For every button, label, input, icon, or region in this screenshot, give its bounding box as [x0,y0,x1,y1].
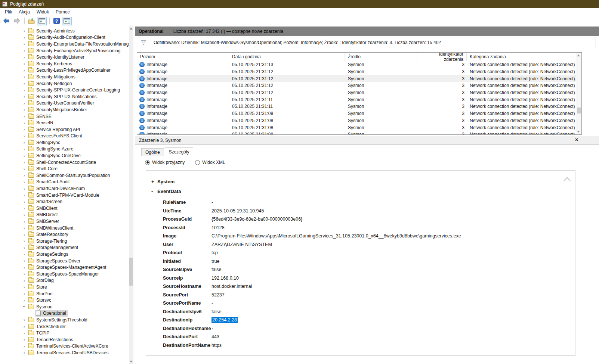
tree-item[interactable]: ShellCommon-StartLayoutPopulation [0,172,129,179]
chevron-right-icon[interactable] [21,41,28,47]
event-list-scrollbar[interactable] [576,53,581,134]
tree-item[interactable]: Shell-Core [0,165,129,172]
tree-item[interactable]: SENSE [0,113,129,120]
tree-item[interactable]: StorageManagement [0,245,129,251]
chevron-right-icon[interactable] [21,146,28,152]
tree-item[interactable]: Security-Netlogon [0,80,129,87]
tree-item[interactable]: Service Reporting API [0,126,129,133]
chevron-right-icon[interactable] [21,212,28,218]
tree-item[interactable]: ServicesForNFS-Client [0,133,129,140]
menu-item[interactable]: Widok [33,8,52,16]
chevron-right-icon[interactable] [21,68,28,73]
tree-item[interactable]: StorageSettings [0,251,129,258]
chevron-right-icon[interactable] [21,265,28,270]
chevron-right-icon[interactable] [21,179,28,185]
table-row[interactable]: i Informacje 05.10.2025 21:31:11 Sysmon … [137,103,581,110]
tree-item[interactable]: TerminalServices-ClientActiveXCore [0,343,129,350]
chevron-right-icon[interactable] [21,166,28,172]
tree-item[interactable]: SettingSync-OneDrive [0,152,129,159]
chevron-right-icon[interactable] [21,159,28,165]
chevron-right-icon[interactable] [21,343,28,349]
folder-up-button[interactable] [27,17,36,25]
tree-item[interactable]: Security-ExchangeActiveSyncProvisioning [0,47,129,54]
tree-item[interactable]: TerminalServices-ClientUSBDevices [0,349,129,356]
tree-item[interactable]: StorPort [0,290,129,297]
tree-item[interactable]: Security-Audit-Configuration-Client [0,34,129,41]
chevron-right-icon[interactable] [21,28,28,34]
help-button[interactable]: ? [52,17,61,25]
tree-item[interactable]: SMBServer [0,218,129,225]
scroll-up-icon[interactable] [129,26,133,31]
tab-general[interactable]: Ogólne [141,148,164,156]
chevron-right-icon[interactable] [21,107,28,112]
chevron-right-icon[interactable] [21,284,28,290]
chevron-right-icon[interactable] [21,113,28,119]
tree-item[interactable]: Security-SPP-UX-Notifications [0,93,129,100]
chevron-right-icon[interactable] [21,205,28,211]
event-data-value[interactable]: 20.254.2.28 [211,317,238,323]
event-data-value[interactable]: tcp [211,249,218,257]
chevron-right-icon[interactable] [21,317,28,323]
tree-item[interactable]: StateRepository [0,231,129,238]
chevron-right-icon[interactable] [21,350,28,355]
tree-item[interactable]: StorageSpaces-SpaceManager [0,271,129,277]
event-data-value[interactable]: true [211,257,220,266]
chevron-right-icon[interactable] [21,199,28,205]
chevron-right-icon[interactable] [21,291,28,296]
tab-details[interactable]: Szczegóły [165,147,194,156]
tree-item[interactable]: SmartCard-Audit [0,179,129,186]
chevron-right-icon[interactable] [21,278,28,283]
chevron-right-icon[interactable] [21,337,28,342]
tree-item[interactable]: SMBClient [0,205,129,212]
event-data-value[interactable]: 2025-10-05 19:31:10.945 [211,207,264,215]
tree-item[interactable]: SettingSync [0,139,129,146]
table-row[interactable]: i Informacje 05.10.2025 21:31:12 Sysmon … [137,89,581,96]
chevron-right-icon[interactable] [21,94,28,99]
collapse-chevron-icon[interactable] [565,177,569,181]
chevron-right-icon[interactable] [21,251,28,257]
tree-item[interactable]: TenantRestrictions [0,336,129,343]
tree-item[interactable]: Security-Kerberos [0,60,129,67]
event-scrollbar-thumb[interactable] [577,108,581,113]
tree-item[interactable]: StorageSpaces-ManagementAgent [0,264,129,271]
tree-item[interactable]: Security-EnterpriseData-FileRevocationMa… [0,41,129,47]
chevron-right-icon[interactable] [21,120,28,126]
radio-selected-icon[interactable] [145,160,150,165]
chevron-right-icon[interactable] [21,127,28,132]
tree-item[interactable]: SystemSettingsThreshold [0,317,129,323]
table-row[interactable]: i Informacje 05.10.2025 21:31:12 Sysmon … [137,75,581,82]
event-data-value[interactable]: host.docker.internal [211,282,252,291]
collapse-icon[interactable]: - [151,189,157,194]
table-row[interactable]: i Informacje 05.10.2025 21:31:09 Sysmon … [137,110,581,117]
chevron-right-icon[interactable] [21,55,28,60]
tree-item[interactable]: Security-SPP-UX-GenuineCenter-Logging [0,87,129,93]
tree-item[interactable]: TaskScheduler [0,323,129,330]
table-row[interactable]: i Informacje 05.10.2025 21:31:12 Sysmon … [137,82,581,89]
console-tree-toggle-button[interactable] [37,17,47,25]
event-data-value[interactable]: - [212,324,213,333]
chevron-right-icon[interactable] [21,271,28,277]
column-header-event-id[interactable]: Identyfikator zdarzenia [417,53,467,61]
chevron-right-icon[interactable] [21,140,28,145]
tree-item[interactable]: Store [0,284,129,290]
chevron-right-icon[interactable] [21,87,28,93]
forward-button[interactable] [12,17,22,25]
event-data-value[interactable]: C:\Program Files\WindowsApps\Microsoft.G… [211,232,461,240]
chevron-right-icon[interactable] [21,48,28,53]
xml-view-option[interactable]: Widok XML [195,160,225,165]
table-row[interactable]: i Informacje 05.10.2025 21:31:08 Sysmon … [137,131,581,135]
close-icon[interactable]: × [575,137,578,143]
chevron-right-icon[interactable] [21,153,28,159]
tree-item[interactable]: SmartScreen [0,198,129,205]
tree-item[interactable]: TCPIP [0,330,129,336]
tree-item[interactable]: Security-UserConsentVerifier [0,100,129,107]
event-data-value[interactable]: - [211,299,213,308]
tree-item[interactable]: Shell-ConnectedAccountState [0,159,129,166]
table-row[interactable]: i Informacje 05.10.2025 21:31:13 Sysmon … [137,61,581,68]
menu-item[interactable]: Akcja [15,8,33,16]
chevron-right-icon[interactable] [21,225,28,231]
table-row[interactable]: i Informacje 05.10.2025 21:31:12 Sysmon … [137,68,581,75]
tree-item[interactable]: Storsvc [0,297,129,304]
tree-item[interactable]: SecurityMitigationsBroker [0,106,129,113]
action-pane-toggle-button[interactable] [62,17,72,25]
